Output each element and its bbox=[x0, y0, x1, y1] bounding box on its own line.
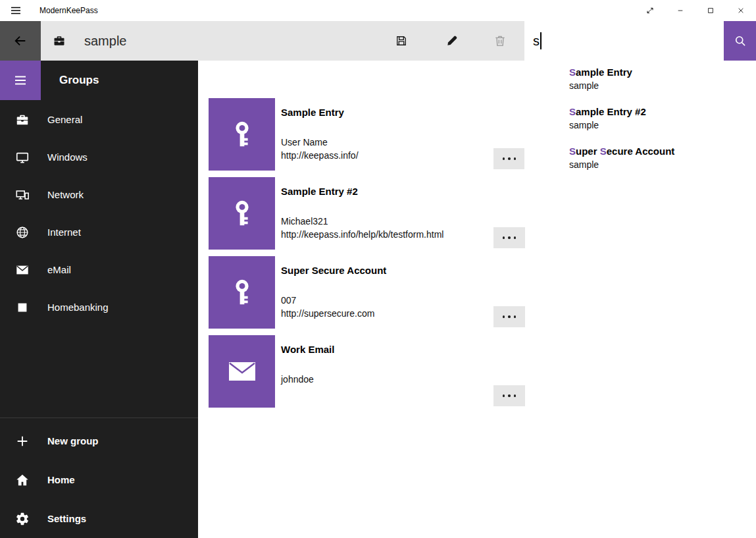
more-icon bbox=[503, 394, 517, 397]
entry-list: Sample Entry User Name http://keepass.in… bbox=[209, 98, 525, 414]
more-icon bbox=[503, 157, 517, 160]
sidebar-item-label: eMail bbox=[47, 264, 71, 275]
sidebar-item-label: General bbox=[47, 114, 82, 125]
sidebar: Groups General Windows Network bbox=[0, 61, 198, 538]
hamburger-icon bbox=[11, 5, 21, 16]
text-caret bbox=[540, 32, 542, 49]
more-icon bbox=[503, 236, 517, 239]
square-icon bbox=[14, 300, 30, 315]
edit-icon bbox=[445, 34, 459, 47]
search-submit-button[interactable] bbox=[724, 21, 756, 61]
back-arrow-icon bbox=[13, 34, 28, 48]
entry-url: http://keepass.info/ bbox=[281, 149, 518, 162]
sidebar-item-label: Home bbox=[47, 474, 75, 485]
network-icon bbox=[14, 187, 30, 203]
command-bar: sample s bbox=[0, 21, 756, 61]
sidebar-item-general[interactable]: General bbox=[0, 101, 198, 138]
entry-tile bbox=[209, 256, 275, 329]
save-icon bbox=[395, 34, 408, 47]
entry-tile bbox=[209, 98, 275, 171]
entry-row[interactable]: Sample Entry #2 Michael321 http://keepas… bbox=[209, 177, 525, 250]
fullscreen-icon bbox=[645, 5, 655, 16]
suggestion-subtitle: sample bbox=[569, 80, 748, 91]
app-window: ModernKeePass bbox=[0, 0, 756, 538]
entry-tile bbox=[209, 177, 275, 250]
close-icon bbox=[736, 5, 746, 16]
entry-title: Sample Entry #2 bbox=[281, 186, 518, 198]
mail-icon bbox=[14, 262, 30, 278]
database-name: sample bbox=[84, 21, 126, 61]
home-icon bbox=[14, 472, 30, 488]
entry-title: Super Secure Account bbox=[281, 265, 518, 277]
entry-url: http://supersecure.com bbox=[281, 307, 518, 320]
titlebar-hamburger-button[interactable] bbox=[0, 0, 32, 21]
entry-more-button[interactable] bbox=[493, 385, 525, 406]
back-button[interactable] bbox=[0, 21, 41, 61]
search-input[interactable]: s bbox=[524, 21, 724, 61]
mail-icon bbox=[226, 356, 258, 387]
sidebar-item-label: Windows bbox=[47, 151, 88, 163]
sidebar-item-settings[interactable]: Settings bbox=[0, 499, 198, 538]
sidebar-item-homebanking[interactable]: Homebanking bbox=[0, 288, 198, 326]
delete-button[interactable] bbox=[484, 21, 516, 61]
minimize-button[interactable] bbox=[665, 0, 695, 21]
entry-info: Work Email johndoe bbox=[281, 344, 518, 386]
search-suggestion-item[interactable]: Sample Entry #2 sample bbox=[524, 100, 756, 140]
sidebar-item-windows[interactable]: Windows bbox=[0, 138, 198, 176]
key-icon bbox=[227, 198, 257, 229]
sidebar-item-label: Network bbox=[47, 189, 84, 200]
entry-more-button[interactable] bbox=[493, 227, 525, 248]
sidebar-item-home[interactable]: Home bbox=[0, 460, 198, 499]
app-title: ModernKeePass bbox=[39, 6, 98, 15]
entry-row[interactable]: Super Secure Account 007 http://supersec… bbox=[209, 256, 525, 329]
groups-heading: Groups bbox=[59, 61, 99, 100]
entry-row[interactable]: Work Email johndoe bbox=[209, 335, 525, 408]
entry-tile bbox=[209, 335, 275, 408]
fullscreen-button[interactable] bbox=[635, 0, 665, 21]
suggestion-title: Sample Entry #2 bbox=[569, 106, 748, 118]
suggestion-subtitle: sample bbox=[569, 120, 748, 130]
close-button[interactable] bbox=[726, 0, 756, 21]
sidebar-item-label: Homebanking bbox=[47, 302, 109, 313]
entry-title: Sample Entry bbox=[281, 107, 518, 119]
search-suggestion-item[interactable]: Sample Entry sample bbox=[524, 61, 756, 100]
search-suggestions-dropdown: Sample Entry sample Sample Entry #2 samp… bbox=[524, 61, 756, 184]
maximize-icon bbox=[705, 5, 716, 16]
titlebar: ModernKeePass bbox=[0, 0, 756, 21]
briefcase-icon bbox=[53, 21, 66, 61]
monitor-icon bbox=[14, 149, 30, 165]
entry-info: Sample Entry #2 Michael321 http://keepas… bbox=[281, 186, 518, 241]
hamburger-icon bbox=[14, 74, 27, 87]
entry-username: User Name bbox=[281, 136, 518, 149]
entry-more-button[interactable] bbox=[493, 306, 525, 327]
sidebar-item-internet[interactable]: Internet bbox=[0, 213, 198, 251]
suggestion-title: Sample Entry bbox=[569, 67, 748, 78]
suggestion-subtitle: sample bbox=[569, 159, 748, 170]
maximize-button[interactable] bbox=[695, 0, 726, 21]
entry-username: Michael321 bbox=[281, 215, 518, 228]
sidebar-item-email[interactable]: eMail bbox=[0, 251, 198, 288]
entry-info: Sample Entry User Name http://keepass.in… bbox=[281, 107, 518, 162]
entry-more-button[interactable] bbox=[493, 148, 525, 169]
sidebar-item-network[interactable]: Network bbox=[0, 176, 198, 213]
save-button[interactable] bbox=[386, 21, 417, 61]
sidebar-item-new-group[interactable]: New group bbox=[0, 421, 198, 460]
sidebar-item-label: New group bbox=[47, 435, 99, 446]
nav-hamburger-button[interactable] bbox=[0, 61, 41, 100]
globe-icon bbox=[14, 225, 30, 240]
sidebar-footer: New group Home Settings bbox=[0, 421, 198, 538]
search-suggestion-item[interactable]: Super Secure Account sample bbox=[524, 140, 756, 179]
suggestion-title: Super Secure Account bbox=[569, 146, 748, 157]
entry-username: johndoe bbox=[281, 373, 518, 386]
search-icon bbox=[734, 34, 747, 47]
entry-row[interactable]: Sample Entry User Name http://keepass.in… bbox=[209, 98, 525, 171]
window-controls bbox=[635, 0, 756, 21]
group-list: General Windows Network Internet bbox=[0, 101, 198, 326]
entry-title: Work Email bbox=[281, 344, 518, 356]
sidebar-divider bbox=[0, 417, 198, 418]
edit-button[interactable] bbox=[436, 21, 468, 61]
trash-icon bbox=[493, 34, 507, 47]
plus-icon bbox=[14, 433, 30, 449]
more-icon bbox=[503, 315, 517, 318]
gear-icon bbox=[14, 511, 30, 527]
